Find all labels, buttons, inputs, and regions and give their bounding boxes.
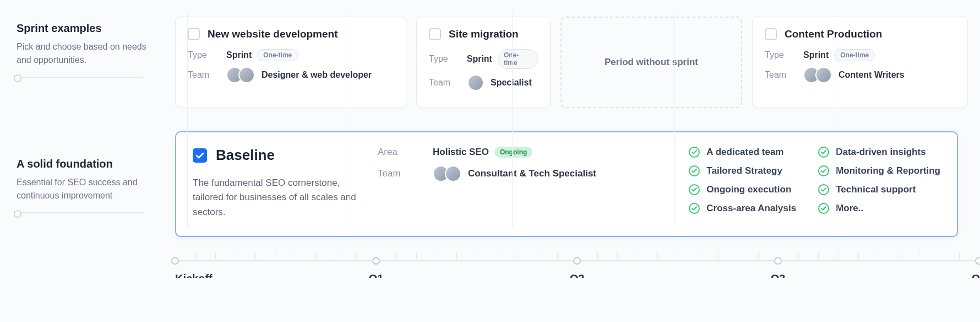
- type-label: Type: [188, 50, 226, 60]
- sidebar-subtitle: Pick and choose based on needs and oppor…: [17, 40, 160, 67]
- area-label: Area: [378, 147, 433, 158]
- checkbox-empty-icon[interactable]: [188, 28, 200, 40]
- baseline-title: Baseline: [216, 147, 275, 164]
- check-circle-icon: [818, 147, 829, 158]
- timeline-axis: KickoffQ1Q2Q3Q4: [175, 260, 979, 261]
- feature-text: Technical support: [836, 184, 916, 195]
- sprint-card-content-production[interactable]: Content Production Type Sprint One-time …: [752, 17, 968, 108]
- feature-text: Ongoing execution: [706, 184, 791, 195]
- team-value: Designer & web developer: [262, 70, 372, 80]
- feature-text: A dedicated team: [706, 147, 783, 158]
- avatar-icon: [238, 67, 255, 83]
- check-circle-icon: [689, 184, 700, 195]
- baseline-description: The fundamental SEO cornerstone, tailore…: [193, 176, 358, 219]
- check-circle-icon: [818, 165, 829, 176]
- sidebar-title: Sprint examples: [17, 22, 160, 35]
- feature-text: Monitoring & Reporting: [836, 165, 940, 176]
- team-label: Team: [378, 168, 433, 179]
- avatar-group: [226, 67, 255, 83]
- quarter-dot: [774, 257, 782, 265]
- onetime-badge: One-time: [834, 49, 875, 61]
- feature-text: Data-driven insights: [836, 147, 925, 158]
- avatar-group: [433, 165, 461, 182]
- sidebar-marker-line: [17, 77, 143, 78]
- feature-item: Cross-area Analysis: [689, 203, 796, 214]
- type-value: Sprint: [803, 50, 829, 60]
- baseline-card[interactable]: Baseline The fundamental SEO cornerstone…: [175, 131, 958, 237]
- sidebar-baseline: A solid foundation Essential for SEO suc…: [17, 131, 160, 237]
- sprint-title: Site migration: [449, 28, 519, 40]
- timeline: KickoffQ1Q2Q3Q4: [175, 260, 958, 261]
- avatar-group: [803, 67, 832, 83]
- sidebar-title: A solid foundation: [17, 158, 160, 170]
- sprint-title: New website development: [208, 28, 338, 40]
- quarter-dot: [573, 257, 581, 265]
- sprint-card-site-migration[interactable]: Site migration Type Sprint One-time Team…: [416, 17, 551, 108]
- quarter-label: Q2: [570, 272, 585, 278]
- check-circle-icon: [818, 184, 829, 195]
- team-value: Content Writers: [839, 70, 905, 80]
- check-circle-icon: [818, 203, 829, 214]
- type-label: Type: [765, 50, 803, 60]
- team-label: Team: [765, 70, 803, 80]
- sprint-card-new-website[interactable]: New website development Type Sprint One-…: [175, 17, 406, 108]
- sprint-cards-track: New website development Type Sprint One-…: [175, 17, 968, 108]
- baseline-row: A solid foundation Essential for SEO suc…: [17, 131, 958, 237]
- quarter-dot: [975, 257, 980, 265]
- feature-text: Tailored Strategy: [706, 165, 782, 176]
- team-value: Consultant & Tech Specialist: [468, 168, 596, 179]
- check-circle-icon: [689, 165, 700, 176]
- checkbox-empty-icon[interactable]: [765, 28, 777, 40]
- onetime-badge: One-time: [498, 49, 538, 69]
- feature-item: Ongoing execution: [689, 184, 796, 195]
- quarter-label: Q1: [369, 272, 384, 278]
- sidebar-marker-line: [17, 212, 143, 213]
- check-circle-icon: [689, 147, 700, 158]
- quarter-dot: [171, 257, 179, 265]
- feature-item: Tailored Strategy: [689, 165, 796, 176]
- gap-label: Period without sprint: [605, 57, 698, 68]
- feature-text: More..: [836, 203, 863, 214]
- ongoing-badge: Ongoing: [494, 147, 532, 158]
- period-without-sprint: Period without sprint: [560, 17, 742, 108]
- quarter-label: Kickoff: [175, 272, 213, 278]
- type-label: Type: [429, 54, 467, 64]
- type-value: Sprint: [467, 54, 492, 64]
- quarter-dot: [372, 257, 380, 265]
- avatar-icon: [467, 74, 484, 91]
- sidebar-subtitle: Essential for SEO success and continuous…: [17, 176, 160, 202]
- checkbox-empty-icon[interactable]: [429, 28, 441, 40]
- team-label: Team: [188, 70, 226, 80]
- features-list: A dedicated team Tailored Strategy Ongoi…: [616, 147, 940, 219]
- sprint-title: Content Production: [785, 28, 882, 40]
- checkbox-checked-icon[interactable]: [193, 148, 207, 163]
- sidebar-sprint-examples: Sprint examples Pick and choose based on…: [17, 17, 160, 78]
- quarter-label: Q3: [771, 272, 786, 278]
- avatar-icon: [445, 165, 461, 182]
- check-circle-icon: [689, 203, 700, 214]
- team-value: Specialist: [491, 78, 532, 88]
- team-label: Team: [429, 78, 467, 88]
- quarter-label: Q4: [972, 272, 980, 278]
- type-value: Sprint: [226, 50, 252, 60]
- feature-item: A dedicated team: [689, 147, 796, 158]
- avatar-icon: [815, 67, 832, 83]
- sprint-examples-row: Sprint examples Pick and choose based on…: [17, 17, 958, 108]
- area-value: Holistic SEO: [433, 147, 489, 158]
- feature-text: Cross-area Analysis: [706, 203, 796, 214]
- onetime-badge: One-time: [257, 49, 298, 61]
- avatar-group: [467, 74, 484, 91]
